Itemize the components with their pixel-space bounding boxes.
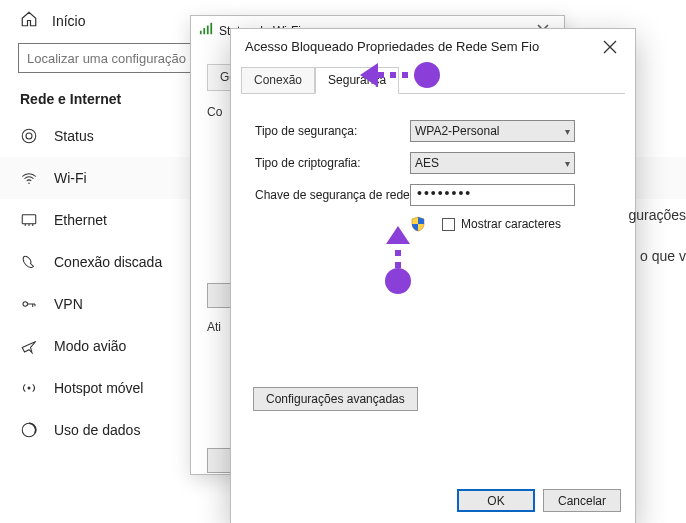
home-label: Início [52,13,85,29]
cancel-button[interactable]: Cancelar [543,489,621,512]
svg-point-0 [22,129,36,143]
data-usage-icon [20,421,38,439]
hotspot-icon [20,379,38,397]
svg-point-4 [23,302,28,307]
close-button[interactable] [593,35,627,59]
tab-connection[interactable]: Conexão [241,67,315,94]
dialup-icon [20,253,38,271]
svg-rect-7 [200,31,202,35]
svg-rect-8 [203,28,205,34]
tabs: Conexão Segurança [241,66,625,94]
tab-security[interactable]: Segurança [315,67,399,94]
network-key-label: Chave de segurança de rede [255,188,410,203]
status-icon [20,127,38,145]
svg-rect-10 [210,23,212,34]
show-characters-checkbox[interactable] [442,218,455,231]
svg-rect-3 [22,215,36,224]
ethernet-icon [20,211,38,229]
ok-button[interactable]: OK [457,489,535,512]
network-key-input[interactable]: •••••••• [410,184,575,206]
home-icon [20,10,38,31]
sidebar-item-label: Uso de dados [54,422,140,438]
signal-icon [199,22,213,39]
sidebar-item-label: Modo avião [54,338,126,354]
chevron-down-icon: ▾ [565,158,570,169]
show-characters-label: Mostrar caracteres [461,217,561,231]
advanced-settings-button[interactable]: Configurações avançadas [253,387,418,411]
security-type-select[interactable]: WPA2-Personal ▾ [410,120,575,142]
uac-shield-icon [410,216,426,232]
sidebar-item-label: Ethernet [54,212,107,228]
encryption-type-value: AES [415,156,439,170]
chevron-down-icon: ▾ [565,126,570,137]
svg-point-5 [28,387,31,390]
vpn-icon [20,295,38,313]
advanced-settings-label: Configurações avançadas [266,392,405,406]
sidebar-item-label: Hotspot móvel [54,380,143,396]
dialog-title: Acesso Bloqueado Propriedades de Rede Se… [231,29,635,62]
encryption-type-select[interactable]: AES ▾ [410,152,575,174]
svg-rect-9 [207,26,209,35]
wifi-properties-dialog: Acesso Bloqueado Propriedades de Rede Se… [230,28,636,523]
sidebar-item-label: VPN [54,296,83,312]
security-type-label: Tipo de segurança: [255,124,410,138]
sidebar-item-label: Conexão discada [54,254,162,270]
sidebar-item-label: Wi-Fi [54,170,87,186]
security-type-value: WPA2-Personal [415,124,499,138]
clipped-text: gurações [628,207,686,223]
airplane-icon [20,337,38,355]
svg-point-1 [26,133,32,139]
encryption-type-label: Tipo de criptografia: [255,156,410,170]
security-tab-body: Tipo de segurança: WPA2-Personal ▾ Tipo … [231,94,635,242]
svg-point-2 [28,183,30,185]
wifi-icon [20,169,38,187]
sidebar-item-label: Status [54,128,94,144]
clipped-text: o que v [640,248,686,264]
